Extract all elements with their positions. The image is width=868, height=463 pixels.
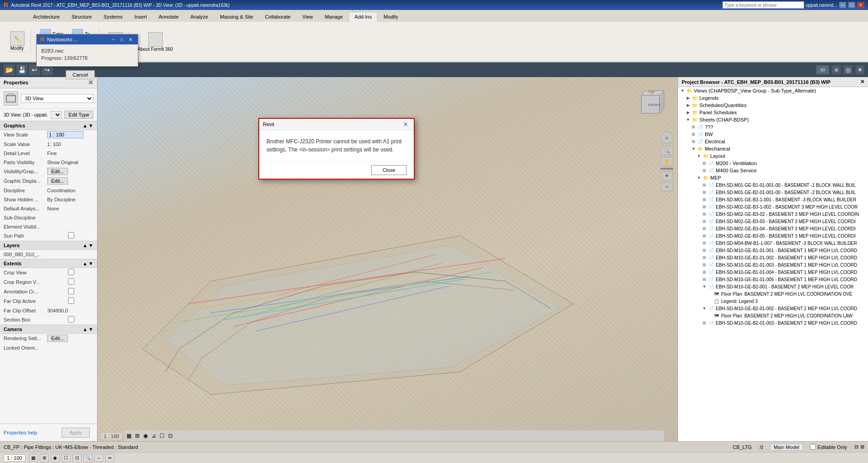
pb-item-floorplan-b2-law[interactable]: 🗺 Floor Plan: BASEMENT 2 MEP HIGH LVL CO… — [678, 312, 868, 319]
search-input[interactable] — [723, 1, 804, 9]
far-clip-active-checkbox[interactable] — [47, 297, 95, 304]
layers-arrow-down[interactable]: ▼ — [88, 243, 93, 248]
pb-item-layout[interactable]: ▼ 📁 Layout — [678, 152, 868, 160]
pb-item-legends[interactable]: ▶ 📁 Legends — [678, 94, 868, 102]
visibility-edit-button[interactable]: Edit... — [47, 168, 68, 175]
panel-close-button[interactable]: ✕ — [88, 79, 93, 86]
pb-item-sd-m10-b1-001[interactable]: ⊞ 📄 EBH-SD-M10-GE-B1-01-001 - BASEMENT 1… — [678, 247, 868, 254]
pb-item-sd-m02-b3-03[interactable]: ⊞ 📄 EBH-SD-M02-GE-B3-03 - BASEMENT 3 MEP… — [678, 218, 868, 225]
graphic-display-edit-button[interactable]: Edit... — [47, 177, 68, 185]
pb-item-sd-m02-b3-05[interactable]: ⊞ 📄 EBH-SD-M02-GE-B3-05 - BASEMENT 3 MEP… — [678, 232, 868, 239]
formit-button[interactable]: About FormIt 360 — [136, 31, 175, 53]
pb-item-m200[interactable]: ⊞ 📄 M200 - Venitilation — [678, 160, 868, 167]
pb-item-sd-m02-b3-1[interactable]: ⊞ 📄 EBH-SD-M02-GE-B3-1-002 - BASEMENT 3 … — [678, 203, 868, 210]
view-type-select[interactable]: 3D View — [21, 94, 93, 103]
annotation-crop-checkbox[interactable] — [47, 288, 95, 294]
tab-annotate[interactable]: Annotate — [153, 12, 184, 22]
pb-item-sd-m10-b2-001[interactable]: ▼ 📄 EBH-SD-M10-GE-B2-001 - BASEMENT 2 ME… — [678, 283, 868, 290]
pan-button[interactable]: ✋ — [660, 157, 673, 166]
vt-btn-1[interactable]: ▦ — [126, 433, 131, 439]
sun-path-checkbox[interactable] — [47, 232, 95, 239]
vt-btn-3[interactable]: ◉ — [143, 433, 148, 439]
vc-btn-4[interactable]: ☐ — [62, 454, 71, 462]
nw-close-button[interactable]: ✕ — [127, 36, 134, 43]
pb-item-sd-m10-b1-004[interactable]: ⊞ 📄 EBH-SD-M10-GE-B1-01-004 - BASEMENT 1… — [678, 268, 868, 276]
pb-item-sd-m04-bw[interactable]: ⊞ 📄 EBH-SD-M04-BW-B1-1-007 - BASEMENT -3… — [678, 239, 868, 247]
pb-item-sd-m10-b1-005[interactable]: ⊞ 📄 EBH-SD-M10-GE-B1-01-005 - BASEMENT 1… — [678, 276, 868, 283]
pb-item-bw[interactable]: ⊞ 📄 BW — [678, 131, 868, 138]
view-scale-input[interactable] — [47, 131, 83, 138]
tab-addins[interactable]: Add-Ins — [349, 12, 378, 22]
tab-systems[interactable]: Systems — [97, 12, 128, 22]
vt-btn-5[interactable]: ☐ — [160, 433, 165, 439]
pb-item-legend-3[interactable]: 📋 Legend: Legend 3 — [678, 297, 868, 305]
view-dropdown[interactable] — [51, 111, 62, 119]
pb-item-sd-m10-b1-002[interactable]: ⊞ 📄 EBH-SD-M10-GE-B1-01-002 - BASEMENT 1… — [678, 254, 868, 261]
tab-collaborate[interactable]: Collaborate — [259, 12, 296, 22]
render-btn[interactable]: ◎ — [844, 65, 853, 74]
nw-minimize-button[interactable]: ─ — [110, 36, 117, 43]
shadows-btn[interactable]: ☀ — [855, 65, 864, 74]
minimize-button[interactable]: ─ — [839, 2, 846, 8]
pb-item-views[interactable]: ▼ 📁 Views (CHAPBDSP_View Group - Sub Typ… — [678, 87, 868, 94]
qat-open[interactable]: 📂 — [4, 64, 15, 75]
tab-analyze[interactable]: Analyze — [184, 12, 214, 22]
vc-btn-5[interactable]: ⊡ — [73, 454, 82, 462]
tab-massing[interactable]: Massing & Site — [214, 12, 259, 22]
orbit-button[interactable]: ○ — [660, 132, 673, 144]
tab-view[interactable]: View — [296, 12, 319, 22]
zoom-in-button[interactable]: + — [660, 171, 673, 180]
extents-arrow-up[interactable]: ▲ — [82, 261, 87, 266]
vc-btn-6[interactable]: 🔍 — [83, 454, 92, 462]
vc-btn-2[interactable]: ⊞ — [40, 454, 49, 462]
camera-arrow-up[interactable]: ▲ — [82, 327, 87, 332]
apply-button[interactable]: Apply — [62, 428, 90, 438]
camera-arrow-down[interactable]: ▼ — [88, 327, 93, 332]
pb-close-button[interactable]: ✕ — [860, 79, 864, 85]
rd-close-button[interactable]: Close — [371, 165, 407, 175]
vc-btn-1[interactable]: ▦ — [29, 454, 38, 462]
vc-btn-3[interactable]: ◉ — [51, 454, 60, 462]
tab-architecture[interactable]: Architecture — [27, 12, 66, 22]
tab-insert[interactable]: Insert — [129, 12, 153, 22]
section-arrow-up[interactable]: ▲ — [82, 123, 87, 128]
pb-tree[interactable]: ▼ 📁 Views (CHAPBDSP_View Group - Sub Typ… — [678, 87, 868, 441]
extents-arrow-down[interactable]: ▼ — [88, 261, 93, 266]
maximize-button[interactable]: □ — [848, 2, 855, 8]
nw-maximize-button[interactable]: □ — [118, 36, 126, 43]
pb-item-sd-m10-b1-003[interactable]: ⊞ 📄 EBH-SD-M10-GE-B1-01-003 - BASEMENT 1… — [678, 261, 868, 268]
pb-item-sd-m02-b3-04[interactable]: ⊞ 📄 EBH-SD-M02-GE-B3-04 - BASEMENT 3 MEP… — [678, 225, 868, 232]
edit-type-button[interactable]: Edit Type — [64, 111, 93, 119]
pb-item-sd-m10-b2-003[interactable]: ⊞ 📄 EBH-SD-M10-GE-B2-01-003 - BASEMENT 2… — [678, 319, 868, 327]
zoom-out-button[interactable]: − — [660, 182, 673, 191]
vc-btn-8[interactable]: ⇔ — [105, 454, 114, 462]
thin-lines-btn[interactable]: ≡ — [832, 65, 841, 74]
layers-arrow-up[interactable]: ▲ — [82, 243, 87, 248]
vt-btn-4[interactable]: ⊿ — [151, 433, 156, 439]
rendering-settings-button[interactable]: Edit... — [47, 335, 68, 342]
properties-help-link[interactable]: Properties help — [4, 430, 37, 435]
pb-item-sd-m02-b3-02[interactable]: ⊞ 📄 EBH-SD-M02-GE-B3-02 - BASEMENT 3 MEP… — [678, 210, 868, 218]
modify-button[interactable]: ✏️ Modify — [8, 30, 26, 52]
pb-item-sheets[interactable]: ▼ 📁 Sheets (CHAP-BDSP) — [678, 116, 868, 123]
section-arrow-down[interactable]: ▼ — [88, 123, 93, 128]
crop-view-checkbox[interactable] — [47, 269, 95, 275]
viewcube[interactable]: FRONT TOP — [632, 86, 669, 122]
crop-region-checkbox[interactable] — [47, 278, 95, 285]
pb-item-qqq[interactable]: ⊞ 📄 ??? — [678, 123, 868, 131]
section-box-checkbox[interactable] — [47, 316, 95, 322]
pb-item-mep[interactable]: ▼ 📁 MEP — [678, 174, 868, 181]
navisworks-cancel-button[interactable]: Cancel — [66, 70, 95, 79]
pb-item-sd-m01-b3[interactable]: ⊞ 📄 EBH-SD-M01-GE-B3-1-001 - BASEMENT -3… — [678, 196, 868, 203]
pb-item-sd-m01-b1[interactable]: ⊞ 📄 EBH-SD-M01-GE-B1-01-001-00 - BASEMEN… — [678, 181, 868, 189]
editable-only-checkbox[interactable] — [810, 444, 816, 450]
vt-btn-6[interactable]: ⊡ — [168, 433, 173, 439]
tab-structure[interactable]: Structure — [66, 12, 98, 22]
zoom-button[interactable]: 🔍 — [660, 146, 673, 155]
pb-item-sd-m01-b2[interactable]: ⊞ 📄 EBH-SD-M01-GE-B2-01-001-00 - BASEMEN… — [678, 189, 868, 196]
qat-save[interactable]: 💾 — [16, 64, 27, 75]
pb-item-m400[interactable]: ⊞ 📄 M400 Gas Service — [678, 167, 868, 174]
pb-item-schedules[interactable]: ▶ 📁 Schedules/Quantities — [678, 102, 868, 109]
pb-item-sd-m10-b2-002[interactable]: ▼ 📄 EBH-SD-M10-GE-B2-01-002 - BASEMENT 2… — [678, 305, 868, 312]
3d-view-btn[interactable]: 3D — [816, 65, 829, 74]
